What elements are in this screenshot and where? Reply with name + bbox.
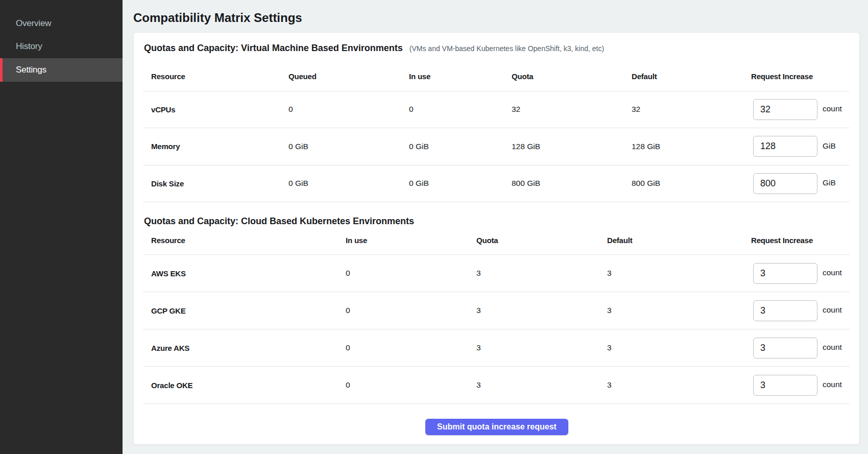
memory-unit-label: GiB xyxy=(823,141,836,151)
sidebar-item-overview[interactable]: Overview xyxy=(0,12,123,35)
azure-aks-quota-value: 3 xyxy=(476,343,607,352)
oracle-oke-unit-label: count xyxy=(823,380,842,389)
settings-card: Quotas and Capacity: Virtual Machine Bas… xyxy=(133,32,860,445)
memory-request-cell: GiB xyxy=(751,136,850,157)
memory-quota-value: 128 GiB xyxy=(512,142,632,151)
vm-col-resource: Resource xyxy=(143,72,288,81)
cloud-col-default: Default xyxy=(607,236,751,245)
disk-size-request-cell: GiB xyxy=(751,173,850,194)
vcpus-quota-value: 32 xyxy=(512,105,632,114)
gcp-gke-in-use-value: 0 xyxy=(346,306,476,315)
gcp-gke-unit-label: count xyxy=(823,305,842,315)
disk-size-queued-value: 0 GiB xyxy=(288,179,409,188)
aws-eks-resource-label: AWS EKS xyxy=(143,269,346,278)
vm-col-in-use: In use xyxy=(409,72,512,81)
disk-size-default-value: 800 GiB xyxy=(632,179,751,188)
azure-aks-in-use-value: 0 xyxy=(346,343,476,352)
gcp-gke-default-value: 3 xyxy=(607,306,751,315)
table-row-aws-eks: AWS EKS 0 3 3 count xyxy=(143,255,850,292)
gcp-gke-resource-label: GCP GKE xyxy=(143,306,346,315)
azure-aks-resource-label: Azure AKS xyxy=(143,344,346,352)
cloud-col-quota: Quota xyxy=(476,236,607,245)
disk-size-quota-value: 800 GiB xyxy=(512,179,632,188)
memory-queued-value: 0 GiB xyxy=(288,142,409,151)
aws-eks-unit-label: count xyxy=(823,268,842,277)
sidebar-item-settings-label: Settings xyxy=(16,65,46,75)
memory-request-input[interactable] xyxy=(753,136,817,157)
aws-eks-in-use-value: 0 xyxy=(346,269,476,278)
gcp-gke-request-input[interactable] xyxy=(753,300,817,321)
vcpus-default-value: 32 xyxy=(632,105,751,114)
table-row-vcpus: vCPUs 0 0 32 32 count xyxy=(143,91,850,129)
table-row-oracle-oke: Oracle OKE 0 3 3 count xyxy=(143,367,850,404)
vcpus-request-input[interactable] xyxy=(753,99,817,120)
memory-in-use-value: 0 GiB xyxy=(409,142,512,151)
oracle-oke-quota-value: 3 xyxy=(476,380,607,390)
section-heading-cloud: Quotas and Capacity: Cloud Based Kuberne… xyxy=(144,216,414,227)
vcpus-request-cell: count xyxy=(751,99,850,120)
vm-col-quota: Quota xyxy=(512,72,632,81)
section-heading-cloud-text: Quotas and Capacity: Cloud Based Kuberne… xyxy=(144,216,414,226)
table-row-gcp-gke: GCP GKE 0 3 3 count xyxy=(143,292,850,329)
vcpus-resource-label: vCPUs xyxy=(143,105,288,114)
sidebar-item-overview-label: Overview xyxy=(16,18,51,29)
section-heading-vm: Quotas and Capacity: Virtual Machine Bas… xyxy=(144,42,604,54)
sidebar-item-history-label: History xyxy=(16,41,42,52)
table-row-memory: Memory 0 GiB 0 GiB 128 GiB 128 GiB GiB xyxy=(143,128,850,165)
cloud-col-resource: Resource xyxy=(143,236,346,245)
gcp-gke-quota-value: 3 xyxy=(476,306,607,315)
vcpus-unit-label: count xyxy=(823,104,842,113)
sidebar: Overview History Settings xyxy=(0,0,123,454)
table-row-disk-size: Disk Size 0 GiB 0 GiB 800 GiB 800 GiB Gi… xyxy=(143,165,850,203)
section-heading-vm-note: (VMs and VM-based Kubernetes like OpenSh… xyxy=(409,44,604,53)
oracle-oke-request-cell: count xyxy=(751,375,850,396)
azure-aks-request-cell: count xyxy=(751,338,850,359)
oracle-oke-resource-label: Oracle OKE xyxy=(143,381,346,390)
oracle-oke-in-use-value: 0 xyxy=(346,380,476,390)
sidebar-item-history[interactable]: History xyxy=(0,35,123,59)
memory-default-value: 128 GiB xyxy=(632,142,751,151)
cloud-col-in-use: In use xyxy=(346,236,476,245)
cloud-col-request-increase: Request Increase xyxy=(751,236,850,245)
vm-quota-table: Resource Queued In use Quota Default Req… xyxy=(143,62,850,202)
sidebar-item-settings[interactable]: Settings xyxy=(0,58,123,82)
submit-quota-increase-button[interactable]: Submit quota increase request xyxy=(425,419,568,435)
azure-aks-unit-label: count xyxy=(823,343,842,352)
oracle-oke-request-input[interactable] xyxy=(753,375,817,396)
oracle-oke-default-value: 3 xyxy=(607,380,751,390)
azure-aks-default-value: 3 xyxy=(607,343,751,352)
section-heading-vm-text: Quotas and Capacity: Virtual Machine Bas… xyxy=(144,43,403,53)
vm-table-header-row: Resource Queued In use Quota Default Req… xyxy=(143,62,850,91)
app: Overview History Settings Compatibility … xyxy=(0,0,868,454)
aws-eks-default-value: 3 xyxy=(607,269,751,278)
vm-col-queued: Queued xyxy=(288,72,409,81)
disk-size-in-use-value: 0 GiB xyxy=(409,179,512,188)
disk-size-request-input[interactable] xyxy=(753,173,817,194)
vm-col-request-increase: Request Increase xyxy=(751,72,850,81)
disk-size-unit-label: GiB xyxy=(823,178,836,187)
vcpus-in-use-value: 0 xyxy=(409,105,512,114)
memory-resource-label: Memory xyxy=(143,142,288,151)
gcp-gke-request-cell: count xyxy=(751,300,850,321)
aws-eks-request-input[interactable] xyxy=(753,263,817,284)
vm-col-default: Default xyxy=(632,72,751,81)
vcpus-queued-value: 0 xyxy=(288,105,409,114)
table-row-azure-aks: Azure AKS 0 3 3 count xyxy=(143,329,850,367)
cloud-table-header-row: Resource In use Quota Default Request In… xyxy=(143,226,850,255)
azure-aks-request-input[interactable] xyxy=(753,338,817,359)
disk-size-resource-label: Disk Size xyxy=(143,179,288,188)
cloud-quota-table: Resource In use Quota Default Request In… xyxy=(143,226,850,404)
aws-eks-quota-value: 3 xyxy=(476,269,607,278)
aws-eks-request-cell: count xyxy=(751,263,850,284)
page-title: Compatibility Matrix Settings xyxy=(133,10,302,26)
